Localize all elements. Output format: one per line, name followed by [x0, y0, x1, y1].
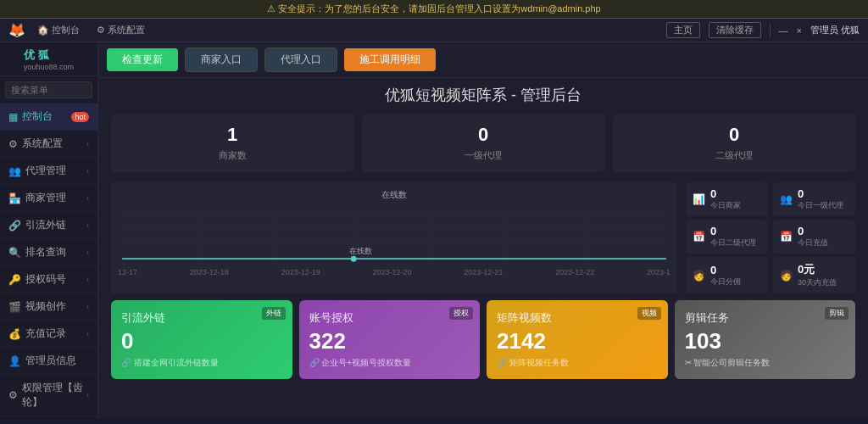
edit-badge: 剪辑 [825, 307, 849, 320]
chevron-right-icon6: › [86, 276, 89, 284]
sidebar-item-recharge[interactable]: 💰 充值记录 › [0, 321, 97, 348]
chevron-right-icon: › [86, 140, 89, 148]
chevron-right-icon7: › [86, 303, 89, 311]
divider [770, 24, 771, 37]
sidebar-item-permission[interactable]: ⚙ 权限管理【齿轮】 › [0, 375, 97, 416]
today-merchant-label: 今日商家 [710, 200, 761, 211]
today-level2-num: 0 [710, 225, 761, 237]
page-title: 优狐短视频矩阵系 - 管理后台 [111, 85, 855, 105]
permission-icon: ⚙ [8, 389, 18, 401]
action-row: 检查更新 商家入口 代理入口 施工调用明细 [98, 42, 868, 78]
stats-section: 优狐短视频矩阵系 - 管理后台 1 商家数 0 一级代理 0 二级代理 [98, 78, 868, 182]
auth-icon: 🔑 [8, 274, 21, 286]
home-button[interactable]: 主页 [666, 22, 700, 38]
sidebar-label-merchant: 商家管理 [25, 191, 66, 205]
sidebar-item-merchant[interactable]: 🏪 商家管理 › [0, 185, 97, 212]
merchant-entry-button[interactable]: 商家入口 [185, 47, 258, 72]
today-level1-icon: 👥 [780, 193, 793, 205]
sidebar-item-ranking[interactable]: 🔍 排名查询 › [0, 239, 97, 266]
today-recharge-label: 今日充值 [798, 237, 849, 248]
today-recharge-icon: 📅 [780, 231, 793, 243]
mini-stat-today-level2: 📅 0 今日二级代理 [686, 220, 768, 254]
traffic-icon: 🔗 [8, 220, 21, 232]
sidebar-item-admininfo[interactable]: 👤 管理员信息 [0, 348, 97, 375]
today-level1-label: 今日一级代理 [798, 200, 849, 211]
logo-sub: youhuo88.com [24, 63, 74, 71]
level2-count: 0 [626, 124, 843, 146]
today-merchant-icon: 📊 [693, 193, 705, 205]
traffic-badge: 外链 [262, 307, 286, 320]
commission-label: 今日分佣 [710, 276, 761, 287]
right-stat-row-1: 📊 0 今日商家 👥 0 今日一级代理 [686, 182, 855, 216]
matrix-title: 矩阵视频数 [497, 310, 658, 326]
mini-stat-today-level1: 👥 0 今日一级代理 [773, 182, 855, 216]
level1-label: 一级代理 [375, 149, 592, 162]
chart-section: 在线数 在 [98, 182, 868, 293]
config-icon: ⚙ [8, 138, 18, 150]
sidebar-item-agent[interactable]: 👥 代理管理 › [0, 158, 97, 185]
edit-sub: ✂ 智能公司剪辑任务数 [685, 357, 846, 369]
nav-config[interactable]: ⚙ 系统配置 [92, 22, 150, 38]
matrix-sub: 🔗 矩阵视频任务数 [497, 357, 658, 369]
minimize-button[interactable]: — [779, 25, 788, 36]
matrix-badge: 视频 [637, 307, 661, 320]
auth-badge: 授权 [449, 307, 473, 320]
recharge-icon: 💰 [8, 328, 21, 340]
close-button[interactable]: × [797, 25, 802, 36]
sidebar: 优 狐 youhuo88.com ▦ 控制台 hot ⚙ 系统配置 › [0, 42, 98, 419]
main-content: 检查更新 商家入口 代理入口 施工调用明细 优狐短视频矩阵系 - 管理后台 1 … [98, 42, 868, 419]
dashboard-icon: ▦ [8, 111, 18, 123]
bottom-card-traffic: 外链 引流外链 0 🔗 搭建全网引流外链数量 [111, 300, 292, 379]
bottom-cards: 外链 引流外链 0 🔗 搭建全网引流外链数量 授权 账号授权 322 🔗 企业号… [98, 293, 868, 386]
bottom-card-edit: 剪辑 剪辑任务 103 ✂ 智能公司剪辑任务数 [675, 300, 856, 379]
level1-count: 0 [375, 124, 592, 146]
sidebar-label-recharge: 充值记录 [25, 326, 66, 341]
traffic-number: 0 [121, 329, 282, 354]
sidebar-label-config: 系统配置 [22, 137, 63, 151]
sidebar-item-traffic[interactable]: 🔗 引流外链 › [0, 212, 97, 239]
stat-card-merchant: 1 商家数 [111, 114, 353, 172]
sidebar-item-auth[interactable]: 🔑 授权码号 › [0, 266, 97, 293]
mini-stat-today-merchant: 📊 0 今日商家 [686, 182, 768, 216]
bottom-card-auth: 授权 账号授权 322 🔗 企业号+视频号授权数量 [299, 300, 481, 379]
bottom-card-matrix: 视频 矩阵视频数 2142 🔗 矩阵视频任务数 [487, 300, 668, 379]
traffic-sub: 🔗 搭建全网引流外链数量 [121, 357, 282, 369]
sidebar-label-permission: 权限管理【齿轮】 [22, 381, 86, 410]
sidebar-item-config[interactable]: ⚙ 系统配置 › [0, 131, 97, 158]
video-icon: 🎬 [8, 301, 21, 313]
stats-cards: 1 商家数 0 一级代理 0 二级代理 [111, 114, 855, 172]
ranking-icon: 🔍 [8, 247, 21, 259]
agent-entry-button[interactable]: 代理入口 [264, 47, 337, 72]
logo-text: 优 狐 [24, 47, 74, 63]
sidebar-label-agent: 代理管理 [25, 164, 66, 178]
mini-stat-today-recharge: 📅 0 今日充值 [773, 220, 855, 254]
check-update-button[interactable]: 检查更新 [107, 48, 178, 71]
stat-card-level1: 0 一级代理 [362, 114, 604, 172]
sidebar-item-dashboard[interactable]: ▦ 控制台 hot [0, 103, 97, 131]
clear-cache-button[interactable]: 清除缓存 [709, 22, 761, 38]
edit-number: 103 [685, 329, 846, 354]
chart-label: 在线数 [118, 189, 670, 201]
30day-num: 0元 [798, 262, 849, 277]
commission-num: 0 [710, 264, 761, 276]
top-bar-right: 主页 清除缓存 — × 管理员 优狐 [666, 22, 860, 38]
logo-area: 优 狐 youhuo88.com [0, 42, 97, 76]
sidebar-label-ranking: 排名查询 [25, 245, 66, 259]
30day-icon: 🧑 [780, 270, 793, 282]
chevron-right-icon3: › [86, 194, 89, 203]
edit-title: 剪辑任务 [685, 310, 846, 326]
top-bar-left: 🦊 🏠 控制台 ⚙ 系统配置 [8, 22, 150, 38]
search-input[interactable] [5, 81, 92, 98]
line-chart: 在线数 [118, 204, 670, 264]
merchant-icon: 🏪 [8, 192, 21, 204]
chevron-right-icon9: › [86, 391, 89, 399]
sidebar-label-dashboard: 控制台 [22, 109, 53, 124]
chart-xaxis: 12-17 2023-12-18 2023-12-19 2023-12-20 2… [118, 266, 670, 276]
stat-card-level2: 0 二级代理 [613, 114, 855, 172]
logo-icon: 🦊 [8, 22, 25, 38]
nav-dashboard[interactable]: 🏠 控制台 [32, 22, 85, 38]
traffic-title: 引流外链 [121, 310, 282, 326]
sidebar-item-video[interactable]: 🎬 视频创作 › [0, 293, 97, 321]
today-level2-label: 今日二级代理 [710, 237, 761, 248]
detail-button[interactable]: 施工调用明细 [344, 48, 436, 71]
